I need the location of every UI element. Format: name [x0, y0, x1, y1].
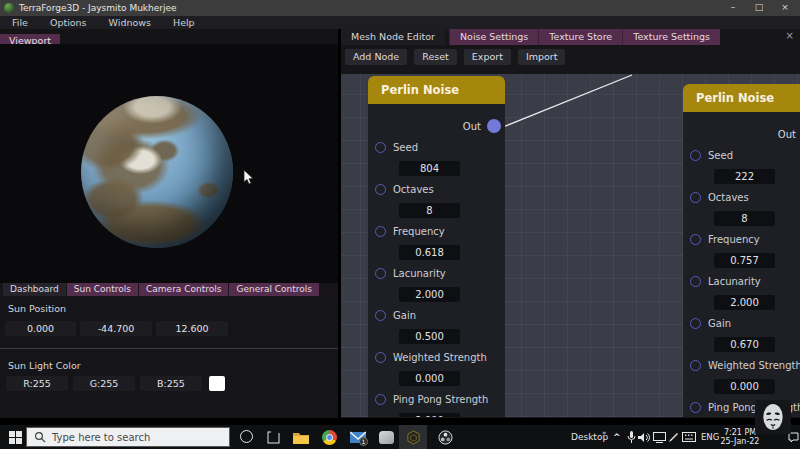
export-button[interactable]: Export — [464, 49, 511, 65]
output-pin[interactable] — [487, 119, 501, 133]
param-value-field[interactable]: 0.757 — [714, 253, 775, 268]
app-icon — [4, 3, 14, 13]
menu-options[interactable]: Options — [42, 16, 95, 29]
param-value-field[interactable]: 0.618 — [399, 245, 460, 260]
tab-noise-settings[interactable]: Noise Settings — [449, 29, 538, 45]
input-pin[interactable] — [690, 234, 701, 245]
close-button[interactable]: × — [774, 0, 796, 15]
hexagon-app-icon — [406, 430, 421, 445]
tab-general-controls[interactable]: General Controls — [229, 283, 319, 296]
node-title[interactable]: Perlin Noise — [368, 76, 505, 104]
input-pin[interactable] — [375, 142, 386, 153]
param-label: Seed — [393, 142, 418, 153]
sun-position-z-field[interactable]: 12.600 — [156, 321, 228, 336]
mail-button[interactable]: 1 — [346, 425, 370, 449]
network-tray-button[interactable] — [652, 425, 666, 449]
taskbar-search-input[interactable]: Type here to search — [26, 427, 230, 447]
param-value-field[interactable]: 2.000 — [399, 413, 460, 417]
mouse-cursor — [243, 170, 255, 186]
tab-dashboard[interactable]: Dashboard — [3, 283, 66, 296]
add-node-button[interactable]: Add Node — [345, 49, 407, 65]
app-button-gray[interactable] — [375, 425, 397, 449]
input-pin[interactable] — [375, 352, 386, 363]
param-value-field[interactable]: 8 — [714, 211, 775, 226]
minimize-button[interactable]: – — [722, 0, 744, 15]
out-label: Out — [778, 129, 796, 140]
node-canvas[interactable]: Perlin Noise Out Seed 804 Octaves 8 Freq… — [341, 74, 800, 417]
folder-icon — [293, 431, 309, 444]
tab-camera-controls[interactable]: Camera Controls — [139, 283, 228, 296]
volume-tray-button[interactable] — [637, 425, 651, 449]
perlin-noise-node-1[interactable]: Perlin Noise Out Seed 804 Octaves 8 Freq… — [368, 76, 505, 417]
param-value-field[interactable]: 0.000 — [714, 379, 775, 394]
input-pin[interactable] — [375, 310, 386, 321]
sun-color-r-field[interactable]: R:255 — [6, 376, 68, 391]
cortana-icon[interactable] — [240, 430, 253, 443]
param-value-field[interactable]: 0.000 — [399, 371, 460, 386]
input-pin[interactable] — [690, 276, 701, 287]
task-view-button[interactable] — [263, 425, 283, 449]
perlin-noise-node-2[interactable]: Perlin Noise Out Seed 222 Octaves 8 Freq… — [683, 84, 800, 417]
param-label: Gain — [708, 318, 731, 329]
tab-texture-settings[interactable]: Texture Settings — [622, 29, 720, 45]
sun-position-x-field[interactable]: 0.000 — [5, 321, 76, 336]
tab-sun-controls[interactable]: Sun Controls — [67, 283, 138, 296]
param-value-field[interactable]: 222 — [714, 169, 775, 184]
menu-widnows[interactable]: Widnows — [101, 16, 159, 29]
import-button[interactable]: Import — [518, 49, 566, 65]
param-label: Octaves — [708, 192, 749, 203]
gray-app-icon — [379, 431, 394, 444]
param-value-field[interactable]: 8 — [399, 203, 460, 218]
param-label: Frequency — [708, 234, 760, 245]
chrome-button[interactable] — [318, 425, 340, 449]
input-pin[interactable] — [690, 318, 701, 329]
sun-position-y-field[interactable]: -44.700 — [80, 321, 152, 336]
windows-logo-icon — [9, 431, 22, 444]
param-label: Weighted Strength — [393, 352, 487, 363]
param-value-field[interactable]: 0.670 — [714, 337, 775, 352]
tab-mesh-node-editor[interactable]: Mesh Node Editor — [341, 29, 445, 45]
panel-close-icon[interactable]: × — [786, 30, 794, 41]
param-label: Lacunarity — [393, 268, 446, 279]
microphone-tray-button[interactable] — [625, 425, 637, 449]
param-value-field[interactable]: 804 — [399, 161, 460, 176]
editor-tabbar: Mesh Node Editor Noise Settings Texture … — [341, 29, 800, 45]
param-value-field[interactable]: 0.500 — [399, 329, 460, 344]
sun-light-color-label: Sun Light Color — [8, 360, 81, 371]
file-explorer-button[interactable] — [290, 425, 312, 449]
viewport-3d[interactable] — [0, 44, 338, 283]
tab-texture-store[interactable]: Texture Store — [538, 29, 622, 45]
menu-file[interactable]: File — [4, 16, 36, 29]
sun-color-swatch[interactable] — [209, 376, 225, 391]
input-pin[interactable] — [375, 268, 386, 279]
input-pin[interactable] — [690, 192, 701, 203]
maximize-button[interactable]: □ — [748, 0, 770, 15]
input-pin[interactable] — [690, 360, 701, 371]
input-pin[interactable] — [375, 394, 386, 405]
editor-toolbar: Add Node Reset Export Import — [345, 49, 565, 65]
sun-color-g-field[interactable]: G:255 — [73, 376, 135, 391]
start-button[interactable] — [5, 425, 25, 449]
terraforge-taskbar-button[interactable] — [399, 425, 427, 449]
hidden-icons-chevron[interactable]: ^ — [613, 425, 621, 449]
input-pin[interactable] — [375, 226, 386, 237]
mail-badge: 1 — [359, 437, 368, 446]
input-pin[interactable] — [375, 184, 386, 195]
input-pin[interactable] — [690, 402, 701, 413]
obs-button[interactable] — [433, 425, 457, 449]
reset-button[interactable]: Reset — [414, 49, 457, 65]
language-indicator[interactable]: ENG — [701, 425, 719, 449]
param-value-field[interactable]: 2.000 — [399, 287, 460, 302]
param-label: Ping Pong Strength — [393, 394, 488, 405]
pen-tray-button[interactable] — [667, 425, 680, 449]
clock[interactable]: 7:21 PM 25-Jan-22 — [720, 428, 760, 446]
overflow-chevrons[interactable]: » — [602, 421, 606, 445]
sun-color-b-field[interactable]: B:255 — [140, 376, 202, 391]
param-label: Frequency — [393, 226, 445, 237]
menu-help[interactable]: Help — [165, 16, 203, 29]
taskbar: Type here to search 1 — [0, 425, 800, 449]
touch-keyboard-tray-button[interactable] — [681, 425, 697, 449]
param-value-field[interactable]: 2.000 — [714, 295, 775, 310]
input-pin[interactable] — [690, 150, 701, 161]
node-title[interactable]: Perlin Noise — [683, 84, 800, 112]
